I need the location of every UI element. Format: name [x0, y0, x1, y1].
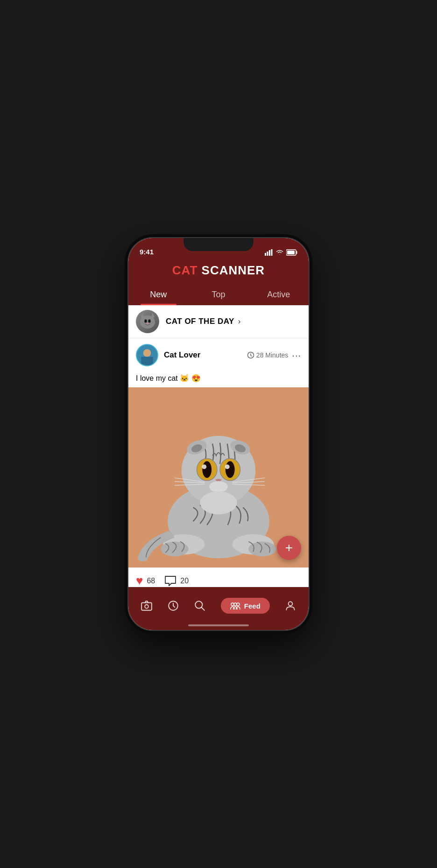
- status-icons: [265, 249, 297, 256]
- svg-point-14: [147, 323, 149, 324]
- profile-icon: [284, 600, 296, 612]
- feed-icon: [230, 602, 240, 610]
- clock-icon: [247, 351, 254, 359]
- avatar: [136, 344, 158, 366]
- svg-rect-0: [265, 253, 266, 256]
- comments-count: 20: [180, 577, 189, 585]
- svg-point-33: [202, 461, 211, 478]
- tab-active[interactable]: Active: [248, 284, 309, 305]
- post-user: Cat Lover: [136, 344, 200, 366]
- more-options-button[interactable]: ···: [292, 350, 301, 361]
- post-meta: 28 Minutes ···: [247, 350, 301, 361]
- app-title-cat: CAT: [172, 263, 198, 277]
- bottom-navigation: Feed: [128, 587, 309, 624]
- svg-point-54: [289, 602, 293, 606]
- app-title-scanner: SCANNER: [197, 263, 265, 277]
- svg-rect-3: [271, 249, 273, 256]
- history-icon: [167, 600, 179, 612]
- fab-button[interactable]: +: [277, 536, 301, 560]
- home-indicator: [128, 624, 309, 630]
- nav-profile[interactable]: [284, 600, 296, 612]
- svg-point-45: [209, 481, 228, 492]
- svg-point-35: [202, 464, 206, 469]
- heart-icon: ♥: [136, 574, 143, 587]
- tab-top[interactable]: Top: [189, 284, 249, 305]
- phone-device: 9:41: [127, 237, 310, 631]
- app-title: CAT SCANNER: [172, 263, 265, 277]
- svg-rect-2: [269, 250, 270, 256]
- svg-point-16: [143, 349, 151, 357]
- camera-icon: [141, 600, 153, 612]
- post-time-label: 28 Minutes: [256, 351, 288, 359]
- svg-point-53: [237, 603, 240, 606]
- like-button[interactable]: ♥ 68: [136, 574, 155, 587]
- svg-rect-5: [287, 251, 295, 254]
- svg-point-36: [225, 464, 230, 469]
- nav-feed-label: Feed: [244, 602, 261, 610]
- svg-point-13: [149, 320, 150, 322]
- battery-icon: [286, 249, 297, 256]
- svg-point-51: [231, 603, 234, 606]
- cat-of-day-label: CAT OF THE DAY: [166, 317, 234, 326]
- likes-count: 68: [147, 577, 155, 585]
- fab-plus-icon: +: [285, 541, 293, 554]
- nav-feed[interactable]: Feed: [221, 598, 270, 614]
- phone-notch: [183, 238, 254, 251]
- post-actions: ♥ 68 20: [128, 567, 309, 587]
- post-caption: I love my cat 🐱 😍: [128, 372, 309, 387]
- svg-point-34: [226, 461, 235, 478]
- svg-point-12: [145, 320, 147, 322]
- svg-rect-47: [141, 603, 152, 610]
- signal-icon: [265, 249, 273, 256]
- nav-search[interactable]: [194, 600, 206, 612]
- feed-content: CAT OF THE DAY ›: [128, 305, 309, 587]
- tab-new[interactable]: New: [128, 284, 189, 305]
- svg-rect-1: [267, 252, 268, 256]
- comment-icon: [164, 575, 176, 587]
- svg-point-48: [145, 605, 148, 609]
- search-icon: [194, 600, 206, 612]
- tabs-bar: New Top Active: [128, 284, 309, 305]
- wifi-icon: [275, 249, 284, 256]
- home-bar: [188, 624, 249, 626]
- post-time: 28 Minutes: [247, 351, 288, 359]
- svg-rect-6: [296, 251, 297, 254]
- status-time: 9:41: [140, 248, 154, 256]
- comment-button[interactable]: 20: [164, 575, 189, 587]
- user-name: Cat Lover: [164, 350, 200, 360]
- cat-of-day-arrow: ›: [238, 317, 241, 326]
- svg-rect-18: [141, 357, 153, 365]
- svg-point-52: [234, 603, 237, 606]
- nav-camera[interactable]: [141, 600, 153, 612]
- phone-screen: 9:41: [128, 238, 309, 630]
- svg-marker-9: [151, 313, 155, 318]
- cat-of-day-thumbnail: [136, 310, 159, 333]
- svg-marker-8: [141, 313, 144, 318]
- post-header: Cat Lover 28 Minutes ···: [128, 338, 309, 372]
- post-item: Cat Lover 28 Minutes ···: [128, 338, 309, 587]
- app-header: CAT SCANNER: [128, 259, 309, 284]
- cat-of-day-banner[interactable]: CAT OF THE DAY ›: [128, 305, 309, 338]
- post-image: +: [128, 387, 309, 567]
- svg-point-46: [200, 491, 237, 514]
- nav-history[interactable]: [167, 600, 179, 612]
